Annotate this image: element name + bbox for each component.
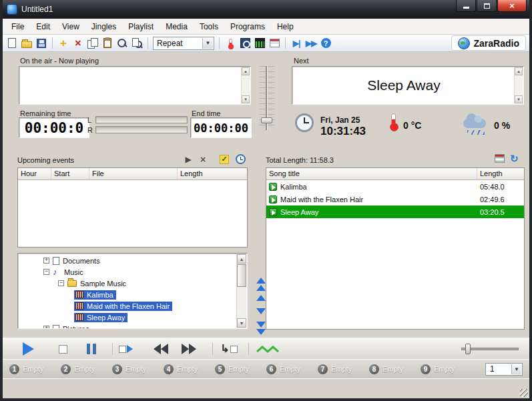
tree-scrollbar[interactable]: ▲ ▼ [236,254,246,328]
move-bottom-button[interactable] [254,322,268,335]
maximize-button[interactable] [477,0,497,12]
events-col-start[interactable]: Start [51,168,89,179]
resize-grip[interactable] [520,389,528,397]
scroll-down-icon[interactable]: ▼ [242,95,250,103]
crossfade-button[interactable] [256,338,279,360]
move-up-button[interactable] [254,295,268,301]
next-box[interactable]: Sleep Away ▲ ▼ [292,66,524,105]
play-next-button[interactable] [119,338,133,360]
tree-item-kalimba[interactable]: Kalimba [74,289,247,300]
chevron-down-icon[interactable]: ▼ [202,38,213,49]
menu-help[interactable]: Help [271,19,300,34]
tree-item-maid-flaxen-hair[interactable]: Maid with the Flaxen Hair [74,300,247,312]
menu-jingles[interactable]: Jingles [85,19,122,34]
hotkey-9[interactable]: 9Empty [421,364,472,374]
find-file-icon[interactable] [131,37,143,49]
copy-icon[interactable] [87,37,99,49]
scroll-down-icon[interactable]: ▼ [515,95,523,103]
move-down-button[interactable] [254,308,268,314]
playlist-row-selected[interactable]: Sleep Away 03:20.5 [266,206,524,218]
temperature-announce-icon[interactable] [224,37,236,49]
scrollbar[interactable]: ▲ ▼ [514,67,523,103]
expand-icon[interactable] [43,258,49,264]
save-icon[interactable] [35,37,47,49]
play-event-icon[interactable]: ▶ [182,153,195,165]
now-playing-box[interactable]: ▲ ▼ [19,66,251,105]
delete-track-icon[interactable]: × [72,37,84,49]
menu-media[interactable]: Media [160,19,194,34]
event-time-icon[interactable] [234,153,247,165]
tree-item-music[interactable]: Music [43,266,247,278]
menu-view[interactable]: View [56,19,85,34]
menu-playlist[interactable]: Playlist [122,19,160,34]
playlist-col-title[interactable]: Song title [266,168,477,179]
playlist-row[interactable]: Kalimba 05:48.0 [266,180,524,193]
fast-forward-button[interactable] [182,338,196,360]
hotkey-6[interactable]: 6Empty [266,364,318,374]
minimize-button[interactable] [456,0,476,12]
repeat-mode-select[interactable]: Repeat ▼ [153,37,214,50]
events-col-file[interactable]: File [89,168,178,179]
player-select[interactable]: 1 ▼ [485,363,523,376]
hotkey-3[interactable]: 3Empty [112,364,164,374]
tree-item-pictures[interactable]: Pictures [43,323,247,329]
scroll-up-icon[interactable]: ▲ [515,67,523,75]
playlist-log-icon[interactable] [495,154,505,163]
add-track-icon[interactable]: + [57,37,69,49]
tree-item-sample-music[interactable]: Sample Music [58,278,247,289]
pause-button[interactable] [87,338,96,360]
playlist-row[interactable]: Maid with the Flaxen Hair 02:49.6 [266,193,524,206]
paste-icon[interactable] [101,37,113,49]
collapse-icon[interactable] [43,269,49,275]
hotkey-2[interactable]: 2Empty [61,364,112,374]
expand-icon[interactable] [43,326,49,329]
move-top-button[interactable] [254,278,268,291]
events-table[interactable]: Hour Start File Length [17,167,248,248]
file-explorer-tree[interactable]: Documents Music Sample Music Kalimba [17,253,248,329]
hotkey-1[interactable]: 1Empty [9,364,61,374]
delete-event-icon[interactable]: × [196,153,210,165]
enable-events-icon[interactable]: ✓ [218,153,231,165]
hotkey-7[interactable]: 7Empty [318,364,369,374]
volume-fader[interactable] [259,66,275,130]
stop-button[interactable] [59,338,67,360]
menu-programs[interactable]: Programs [224,19,271,34]
refresh-icon[interactable]: ↻ [510,153,519,165]
titlebar[interactable]: Untitled1 × [3,0,529,19]
event-log-icon[interactable] [268,37,280,49]
close-button[interactable]: × [497,0,527,12]
play-next-icon[interactable]: ▶| [290,37,302,49]
hotkey-4[interactable]: 4Empty [164,364,215,374]
menu-tools[interactable]: Tools [194,19,224,34]
scroll-up-icon[interactable]: ▲ [242,67,250,75]
chevron-down-icon[interactable]: ▼ [511,364,521,374]
open-icon[interactable] [21,37,33,49]
playlist-table[interactable]: Song title Length Kalimba 05:48.0 Maid w… [266,167,525,330]
tree-item-documents[interactable]: Documents [43,255,247,266]
hotkey-5[interactable]: 5Empty [215,364,266,374]
scrollbar-thumb[interactable] [237,264,246,287]
rewind-button[interactable] [154,338,168,360]
volume-slider[interactable] [461,348,519,350]
time-announce-icon[interactable] [239,37,251,49]
hotkey-8[interactable]: 8Empty [369,364,421,374]
help-icon[interactable]: ? [320,37,332,49]
skip-track-icon[interactable]: ▶▶ [305,37,317,49]
collapse-icon[interactable] [58,280,64,286]
fader-handle[interactable] [261,117,272,123]
playlist-col-length[interactable]: Length [477,168,524,179]
vumeter-icon[interactable] [254,37,266,49]
scroll-up-icon[interactable]: ▲ [237,254,246,264]
menu-file[interactable]: File [5,19,30,34]
menu-edit[interactable]: Edit [30,19,56,34]
scroll-down-icon[interactable]: ▼ [237,318,246,328]
loop-button[interactable]: ↳ [220,338,238,360]
events-col-hour[interactable]: Hour [18,168,51,179]
scrollbar[interactable]: ▲ ▼ [241,67,250,103]
tree-item-sleep-away[interactable]: Sleep Away [74,312,247,323]
volume-handle[interactable] [465,344,471,354]
new-playlist-icon[interactable] [6,37,18,49]
play-button[interactable] [23,338,34,360]
search-icon[interactable] [116,37,128,49]
events-col-length[interactable]: Length [178,168,247,179]
